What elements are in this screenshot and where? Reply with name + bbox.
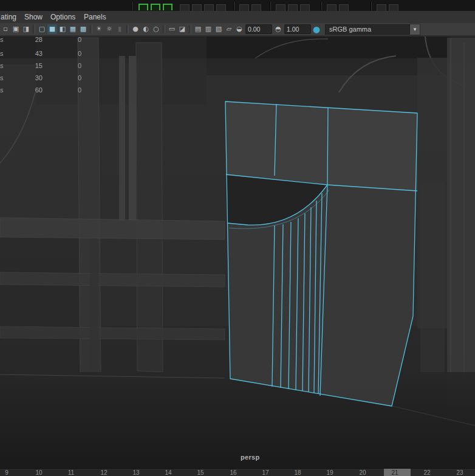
multisample-aa-icon[interactable]: ○	[151, 24, 161, 34]
hud-value: 43	[17, 50, 43, 57]
gamma-icon[interactable]: ◓	[273, 24, 283, 34]
view-transform-control: sRGB gamma ▾	[325, 24, 420, 35]
frame-tick[interactable]: 19	[323, 469, 337, 476]
all-lights-icon[interactable]: ☼	[104, 24, 114, 34]
status-separator	[371, 2, 372, 10]
hud-selected-count: 0	[72, 62, 81, 69]
status-line-partial	[0, 0, 475, 12]
toolbar-separator	[126, 25, 129, 33]
status-icon[interactable]	[300, 4, 310, 11]
panel-layout-single-icon[interactable]: ▤	[193, 24, 203, 34]
status-icon[interactable]	[251, 4, 261, 11]
viewport-persp[interactable]: s 28 0 s 43 0 s 15 0 s 30 0 s 60	[0, 35, 475, 468]
frame-tick[interactable]: 13	[129, 469, 143, 476]
maya-window: ating Show Options Panels ▫ ▣ ◨ ▢ ■ ◧ ▦ …	[0, 0, 475, 476]
isolate-select-icon[interactable]: ▭	[167, 24, 177, 34]
shaded-mode-icon[interactable]: ■	[47, 24, 57, 34]
hud-selected-count: 0	[72, 74, 81, 81]
status-icon[interactable]	[276, 4, 285, 11]
status-icon[interactable]	[377, 4, 386, 11]
hud-row: s 15 0	[0, 62, 97, 72]
frame-tick-current[interactable]: 21	[388, 469, 402, 476]
material-override-icon[interactable]: ▩	[78, 24, 88, 34]
status-icon[interactable]	[389, 4, 398, 11]
menu-item-panels[interactable]: Panels	[84, 13, 106, 21]
exposure-field[interactable]	[245, 24, 272, 34]
textured-mode-icon[interactable]: ◧	[58, 24, 67, 34]
occlusion-icon[interactable]: ●	[131, 24, 140, 34]
time-slider[interactable]: 9 10 11 12 13 14 15 16 17 18 19 20 21 22…	[0, 468, 475, 476]
view-transform-value: sRGB gamma	[325, 24, 410, 35]
selected-mesh[interactable]	[225, 102, 417, 406]
poly-count-hud: s 28 0 s 43 0 s 15 0 s 30 0 s 60	[0, 35, 97, 102]
select-camera-icon[interactable]: ▣	[11, 24, 21, 34]
hud-row: s 43 0	[0, 50, 97, 60]
color-management-toggle-icon[interactable]: ●	[312, 24, 321, 34]
gamma-field[interactable]	[284, 24, 311, 34]
hud-value: 15	[17, 62, 43, 69]
frame-tick[interactable]: 18	[290, 469, 305, 476]
hud-label-fragment: s	[0, 86, 6, 94]
status-icon[interactable]	[216, 4, 226, 11]
toolbar-separator	[33, 25, 35, 33]
frame-tick[interactable]: 10	[32, 469, 46, 476]
frame-tick[interactable]: 14	[161, 469, 176, 476]
menu-item-truncated[interactable]: ating	[1, 13, 16, 21]
hud-value: 30	[17, 74, 43, 81]
frame-tick[interactable]: 22	[420, 469, 434, 476]
hud-label-fragment: s	[0, 36, 6, 43]
frame-tick[interactable]: 17	[258, 469, 273, 476]
panel-menu-icon[interactable]: ▫	[1, 24, 10, 34]
wireframe-on-shaded-icon[interactable]: ▦	[68, 24, 78, 34]
status-icon[interactable]	[239, 4, 249, 11]
frame-tick[interactable]: 11	[64, 469, 78, 476]
hud-label-fragment: s	[0, 50, 6, 57]
gamma-control: ◓	[273, 24, 311, 35]
xray-icon[interactable]: ◪	[177, 24, 187, 34]
snap-toggle-icon[interactable]	[163, 4, 173, 10]
status-icon[interactable]	[204, 4, 214, 11]
menu-item-options[interactable]: Options	[50, 13, 75, 21]
hud-value: 28	[17, 36, 43, 43]
frame-tick[interactable]: 12	[97, 469, 111, 476]
menu-item-show[interactable]: Show	[24, 13, 43, 21]
color-management-control: ●	[312, 24, 321, 35]
hud-label-fragment: s	[0, 62, 6, 69]
status-icon[interactable]	[327, 4, 337, 11]
frame-tick[interactable]: 16	[226, 469, 241, 476]
camera-label: persp	[241, 454, 259, 461]
hud-selected-count: 0	[72, 36, 81, 43]
view-transform-dropdown[interactable]: sRGB gamma ▾	[325, 24, 420, 35]
exposure-icon[interactable]: ◒	[234, 24, 244, 34]
hud-label-fragment: s	[0, 74, 6, 81]
dropdown-arrow-icon[interactable]: ▾	[410, 24, 420, 35]
status-icon[interactable]	[339, 4, 349, 11]
toolbar-icon-group: ▫ ▣ ◨ ▢ ■ ◧ ▦ ▩ ☀ ☼ ▮ ● ◐ ○ ▭ ◪ ▤ ▥ ▧ ▱	[1, 24, 234, 35]
exposure-control: ◒	[234, 24, 272, 35]
hud-selected-count: 0	[72, 86, 81, 94]
default-lighting-icon[interactable]: ☀	[94, 24, 104, 34]
snap-toggle-icon[interactable]	[138, 4, 148, 10]
status-separator	[233, 2, 234, 10]
shadows-icon[interactable]: ▮	[115, 24, 125, 34]
hud-value: 60	[17, 86, 43, 94]
hud-row: s 30 0	[0, 74, 97, 84]
frame-tick[interactable]: 9	[0, 469, 14, 476]
frame-tick[interactable]: 20	[355, 469, 370, 476]
hud-row: s 28 0	[0, 36, 97, 46]
motion-blur-icon[interactable]: ◐	[141, 24, 151, 34]
frame-tick[interactable]: 23	[453, 469, 467, 476]
toolbar-separator	[163, 25, 165, 33]
status-icon[interactable]	[288, 4, 298, 11]
status-separator	[131, 2, 132, 10]
panel-layout-quad-icon[interactable]: ▧	[214, 24, 224, 34]
wireframe-mode-icon[interactable]: ▢	[37, 24, 47, 34]
status-icon[interactable]	[192, 4, 202, 11]
snap-toggle-icon[interactable]	[151, 4, 160, 10]
grease-pencil-icon[interactable]: ▱	[224, 24, 234, 34]
frame-tick[interactable]: 15	[193, 469, 208, 476]
camera-attributes-icon[interactable]: ◨	[21, 24, 31, 34]
panel-layout-split-icon[interactable]: ▥	[203, 24, 213, 34]
hud-row: s 60 0	[0, 86, 97, 96]
status-icon[interactable]	[180, 4, 190, 11]
